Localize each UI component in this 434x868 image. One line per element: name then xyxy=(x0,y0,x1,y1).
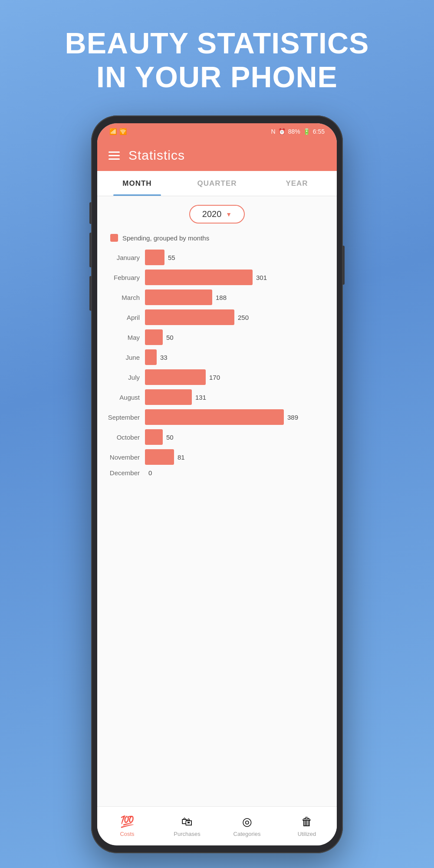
bar-month-label: December xyxy=(102,469,145,477)
bar-row: March188 xyxy=(97,289,337,305)
year-selector: 2020 ▼ xyxy=(97,205,337,224)
bar-track: 131 xyxy=(145,389,332,405)
bar-track: 50 xyxy=(145,429,332,445)
year-dropdown[interactable]: 2020 ▼ xyxy=(189,205,245,224)
bar-row: June33 xyxy=(97,349,337,365)
nav-label-purchases: Purchases xyxy=(174,831,200,837)
nav-item-purchases[interactable]: 🛍 Purchases xyxy=(157,815,217,837)
bar-row: May50 xyxy=(97,329,337,345)
nav-label-utilized: Utilized xyxy=(298,831,316,837)
bar-row: January55 xyxy=(97,250,337,265)
bar-month-label: January xyxy=(102,254,145,261)
tab-month[interactable]: MONTH xyxy=(97,171,177,196)
bar-month-label: March xyxy=(102,294,145,301)
bar-track: 389 xyxy=(145,409,332,425)
mute-button xyxy=(89,202,92,224)
bar-month-label: April xyxy=(102,314,145,321)
bar-fill xyxy=(145,449,174,465)
utilized-icon: 🗑 xyxy=(301,815,312,829)
chart-area: 2020 ▼ Spending, grouped by months Janua… xyxy=(97,196,337,806)
bar-fill xyxy=(145,389,192,405)
nav-item-categories[interactable]: ◎ Categories xyxy=(217,815,277,837)
bar-track: 55 xyxy=(145,250,332,265)
app-title: Statistics xyxy=(128,148,185,163)
bar-track: 301 xyxy=(145,270,332,285)
bar-row: August131 xyxy=(97,389,337,405)
bar-value-label: 50 xyxy=(166,434,174,441)
bar-value-label: 250 xyxy=(238,314,249,321)
nav-label-costs: Costs xyxy=(120,831,134,837)
bar-value-label: 301 xyxy=(256,274,267,281)
alarm-icon: ⏰ xyxy=(278,128,286,135)
wifi-icon: 🛜 xyxy=(119,128,127,135)
chart-legend: Spending, grouped by months xyxy=(97,234,337,242)
bar-fill xyxy=(145,329,163,345)
phone-shell: 📶 🛜 N ⏰ 88% 🔋 6:55 Statistics xyxy=(91,115,343,853)
nav-item-costs[interactable]: 💯 Costs xyxy=(97,815,157,837)
bar-value-label: 50 xyxy=(166,334,174,341)
bar-month-label: October xyxy=(102,434,145,441)
bar-track: 188 xyxy=(145,289,332,305)
bar-value-label: 188 xyxy=(216,294,227,301)
hero-title: BEAUTY STATISTICS IN YOUR PHONE xyxy=(65,26,369,94)
battery-icon: 🔋 xyxy=(303,128,310,135)
chevron-down-icon: ▼ xyxy=(226,211,232,218)
bar-value-label: 0 xyxy=(148,469,152,477)
signal-icon: 📶 xyxy=(109,128,117,135)
year-value: 2020 xyxy=(202,209,222,219)
phone-screen: 📶 🛜 N ⏰ 88% 🔋 6:55 Statistics xyxy=(97,123,337,845)
bottom-nav: 💯 Costs 🛍 Purchases ◎ Categories 🗑 Utili… xyxy=(97,806,337,845)
bar-track: 0 xyxy=(145,469,332,477)
bar-fill xyxy=(145,289,212,305)
power-button xyxy=(342,246,345,285)
bar-value-label: 33 xyxy=(160,354,168,361)
bar-row: April250 xyxy=(97,309,337,325)
bar-value-label: 170 xyxy=(209,374,220,381)
nav-item-utilized[interactable]: 🗑 Utilized xyxy=(277,815,337,837)
bar-track: 50 xyxy=(145,329,332,345)
nav-label-categories: Categories xyxy=(233,831,261,837)
bar-fill xyxy=(145,250,164,265)
bar-fill xyxy=(145,270,253,285)
bar-fill xyxy=(145,309,234,325)
status-bar: 📶 🛜 N ⏰ 88% 🔋 6:55 xyxy=(97,123,337,140)
bar-track: 170 xyxy=(145,369,332,385)
bar-month-label: July xyxy=(102,374,145,381)
bar-month-label: June xyxy=(102,354,145,361)
legend-label: Spending, grouped by months xyxy=(122,234,209,242)
legend-color-dot xyxy=(110,234,118,242)
bar-value-label: 81 xyxy=(178,454,185,461)
bar-row: February301 xyxy=(97,270,337,285)
categories-icon: ◎ xyxy=(242,815,252,829)
bar-month-label: August xyxy=(102,394,145,401)
tab-quarter[interactable]: QUARTER xyxy=(177,171,257,196)
bar-fill xyxy=(145,409,284,425)
app-header: Statistics xyxy=(97,140,337,171)
bar-fill xyxy=(145,369,206,385)
bar-track: 33 xyxy=(145,349,332,365)
nfc-icon: N xyxy=(271,128,276,135)
bar-fill xyxy=(145,429,163,445)
menu-button[interactable] xyxy=(108,151,120,160)
bar-value-label: 389 xyxy=(287,414,298,421)
volume-up-button xyxy=(89,233,92,267)
bar-fill xyxy=(145,349,157,365)
tabs-bar: MONTH QUARTER YEAR xyxy=(97,171,337,196)
bar-row: December0 xyxy=(97,469,337,477)
status-right: N ⏰ 88% 🔋 6:55 xyxy=(271,128,325,135)
bar-row: September389 xyxy=(97,409,337,425)
purchases-icon: 🛍 xyxy=(181,815,193,829)
bar-month-label: September xyxy=(102,414,145,421)
tab-year[interactable]: YEAR xyxy=(257,171,337,196)
volume-down-button xyxy=(89,276,92,311)
clock: 6:55 xyxy=(313,128,325,135)
battery-percent: 88% xyxy=(288,128,300,135)
bar-value-label: 55 xyxy=(168,254,175,261)
bar-row: November81 xyxy=(97,449,337,465)
phone-mockup: 📶 🛜 N ⏰ 88% 🔋 6:55 Statistics xyxy=(91,115,343,853)
bar-month-label: May xyxy=(102,334,145,341)
status-left: 📶 🛜 xyxy=(109,128,127,135)
bar-track: 250 xyxy=(145,309,332,325)
bar-row: October50 xyxy=(97,429,337,445)
bar-row: July170 xyxy=(97,369,337,385)
